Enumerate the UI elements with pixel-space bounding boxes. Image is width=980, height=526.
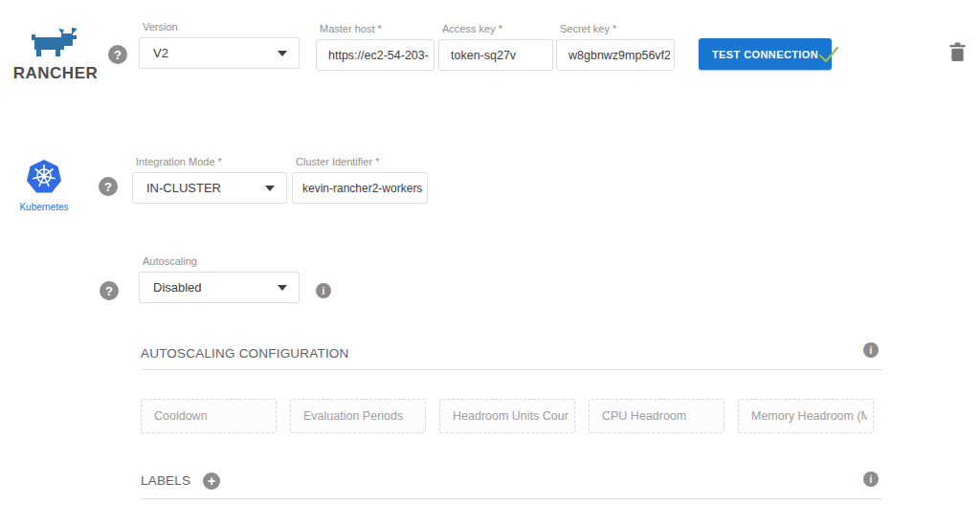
- integration-mode-select[interactable]: IN-CLUSTER: [132, 172, 287, 204]
- autoscaling-configuration-title: AUTOSCALING CONFIGURATION: [141, 346, 349, 361]
- cluster-identifier-field-group: Cluster Identifier *: [292, 156, 428, 204]
- autoscaling-info-icon[interactable]: i: [316, 283, 331, 298]
- labels-title: LABELS: [141, 473, 190, 488]
- autoscaling-field-group: Autoscaling Disabled: [139, 255, 300, 303]
- version-select[interactable]: V2: [139, 37, 300, 69]
- chevron-down-icon: [278, 285, 287, 291]
- help-glyph: ?: [105, 284, 113, 298]
- rancher-help-icon[interactable]: ?: [108, 45, 127, 64]
- info-glyph: i: [870, 345, 873, 356]
- integration-mode-value: IN-CLUSTER: [146, 181, 221, 195]
- master-host-field-group: Master host *: [316, 23, 434, 71]
- help-glyph: ?: [104, 180, 112, 194]
- version-value: V2: [153, 46, 168, 60]
- secret-key-label: Secret key *: [560, 23, 675, 34]
- memory-headroom-input: [738, 399, 874, 433]
- autoscaling-help-icon[interactable]: ?: [100, 281, 119, 300]
- rancher-logo: RANCHER: [8, 27, 103, 83]
- plus-icon-glyph: +: [208, 473, 215, 489]
- connection-success-check-icon: [817, 43, 840, 66]
- trash-icon: [949, 42, 966, 62]
- info-glyph: i: [323, 286, 325, 296]
- rancher-bull-icon: [29, 27, 82, 59]
- autoscaling-value: Disabled: [153, 280, 202, 295]
- cooldown-input: [141, 399, 277, 433]
- access-key-input[interactable]: [438, 39, 553, 71]
- version-label: Version: [143, 21, 300, 33]
- labels-info-icon[interactable]: i: [863, 471, 879, 487]
- integration-settings-page: RANCHER ? Version V2 Master host * Acces…: [0, 0, 980, 526]
- master-host-label: Master host *: [320, 23, 434, 34]
- secret-key-input[interactable]: [556, 39, 675, 71]
- autoscaling-label: Autoscaling: [143, 255, 300, 267]
- autoscaling-select[interactable]: Disabled: [139, 272, 300, 303]
- kubernetes-help-icon[interactable]: ?: [99, 177, 118, 196]
- version-field-group: Version V2: [139, 21, 300, 69]
- access-key-label: Access key *: [442, 23, 553, 34]
- cluster-identifier-label: Cluster Identifier *: [296, 156, 428, 167]
- rancher-logo-text: RANCHER: [8, 64, 103, 83]
- add-label-button[interactable]: +: [203, 472, 220, 490]
- access-key-field-group: Access key *: [438, 23, 553, 71]
- cpu-headroom-input: [589, 399, 724, 433]
- chevron-down-icon: [278, 51, 287, 56]
- labels-divider: [141, 498, 882, 499]
- info-glyph: i: [870, 474, 873, 485]
- master-host-input[interactable]: [316, 39, 434, 71]
- delete-integration-button[interactable]: [949, 42, 966, 65]
- chevron-down-icon: [265, 186, 275, 191]
- headroom-units-count-input: [439, 399, 575, 433]
- help-glyph: ?: [114, 48, 122, 62]
- evaluation-periods-input: [290, 399, 426, 433]
- cluster-identifier-input[interactable]: [292, 172, 428, 204]
- kubernetes-logo-text: Kubernetes: [13, 202, 75, 212]
- kubernetes-logo: Kubernetes: [13, 159, 75, 212]
- integration-mode-label: Integration Mode *: [136, 156, 287, 167]
- autoscaling-configuration-divider: [141, 369, 882, 370]
- integration-mode-field-group: Integration Mode * IN-CLUSTER: [132, 156, 287, 204]
- kubernetes-helm-icon: [26, 159, 62, 195]
- secret-key-field-group: Secret key *: [556, 23, 675, 71]
- autoscaling-configuration-info-icon[interactable]: i: [863, 342, 879, 358]
- test-connection-button[interactable]: TEST CONNECTION: [699, 38, 832, 70]
